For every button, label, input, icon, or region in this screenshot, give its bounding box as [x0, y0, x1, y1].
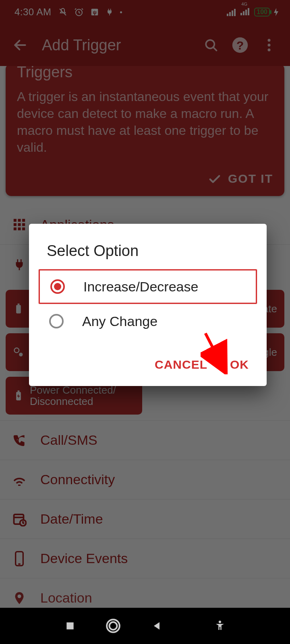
radio-checked-icon: [50, 279, 65, 294]
select-option-dialog: Select Option Increase/Decrease Any Chan…: [29, 224, 267, 386]
dialog-title: Select Option: [29, 242, 267, 269]
svg-rect-43: [66, 622, 73, 629]
svg-point-45: [110, 622, 117, 630]
radio-unchecked-icon: [49, 314, 64, 328]
nav-back-button[interactable]: [148, 617, 165, 634]
system-nav-bar: [0, 608, 290, 644]
recent-apps-button[interactable]: [62, 617, 79, 634]
ok-button[interactable]: OK: [230, 358, 249, 372]
cancel-button[interactable]: CANCEL: [155, 358, 207, 372]
radio-option-any-change[interactable]: Any Change: [39, 304, 257, 339]
home-button[interactable]: [105, 617, 122, 634]
accessibility-button[interactable]: [211, 617, 228, 634]
svg-point-46: [219, 621, 221, 623]
radio-label: Any Change: [82, 314, 157, 329]
radio-option-increase-decrease[interactable]: Increase/Decrease: [39, 269, 257, 304]
radio-label: Increase/Decrease: [83, 279, 198, 295]
